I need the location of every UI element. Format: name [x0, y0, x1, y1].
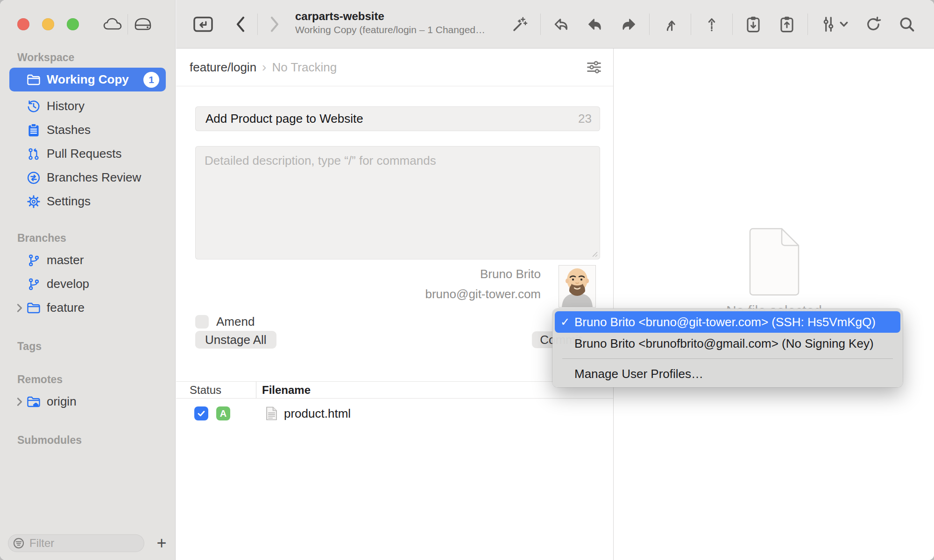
- menu-item-profile-2[interactable]: Bruno Brito <brunofbrito@gmail.com> (No …: [555, 333, 900, 354]
- sidebar-item-label: origin: [47, 394, 77, 409]
- forward-button[interactable]: [262, 10, 288, 38]
- sidebar-item-branch-master[interactable]: master: [9, 248, 166, 272]
- changed-count-badge: 1: [143, 72, 159, 88]
- traffic-lights: [17, 18, 79, 30]
- sidebar-item-pull-requests[interactable]: Pull Requests: [9, 142, 166, 166]
- staged-checkbox[interactable]: [194, 406, 208, 420]
- toolbar: carparts-website Working Copy (feature/l…: [176, 0, 934, 49]
- detail-panel: No file selected: [614, 49, 934, 560]
- minimize-window-button[interactable]: [42, 18, 54, 30]
- open-repository-icon[interactable]: [190, 10, 216, 38]
- subject-char-count: 23: [578, 112, 592, 126]
- zoom-window-button[interactable]: [67, 18, 79, 30]
- remote-folder-cloud-icon: [26, 394, 41, 409]
- author-name[interactable]: Bruno Brito: [480, 267, 541, 281]
- sidebar-item-label: feature: [47, 301, 85, 315]
- chevron-down-icon: [840, 21, 848, 28]
- stash-save-arrow-icon[interactable]: [578, 9, 612, 39]
- stash-clipboard-icon: [26, 123, 41, 138]
- disclosure-chevron-icon[interactable]: [16, 397, 25, 407]
- sidebar-item-remote-origin[interactable]: origin: [9, 390, 166, 413]
- table-row[interactable]: A product.html: [176, 398, 613, 429]
- column-filename[interactable]: Filename: [262, 384, 311, 397]
- merge-icon[interactable]: [653, 9, 687, 39]
- section-branches: Branches: [17, 232, 175, 245]
- filter-icon: [13, 537, 25, 549]
- status-added-badge: A: [216, 406, 230, 420]
- user-profile-menu: ✓ Bruno Brito <bruno@git-tower.com> (SSH…: [552, 308, 903, 387]
- section-workspace: Workspace: [17, 51, 175, 64]
- sidebar-item-working-copy[interactable]: Working Copy 1: [9, 68, 166, 91]
- view-options-sliders-icon[interactable]: [812, 9, 856, 39]
- sidebar-item-label: develop: [47, 277, 89, 291]
- commit-description-textarea[interactable]: [195, 146, 600, 259]
- menu-item-profile-1[interactable]: ✓ Bruno Brito <bruno@git-tower.com> (SSH…: [555, 311, 900, 333]
- menu-item-label: Bruno Brito <bruno@git-tower.com> (SSH: …: [574, 315, 876, 329]
- section-submodules: Submodules: [17, 434, 175, 447]
- sidebar-filter: [8, 534, 144, 552]
- quick-actions-wand-icon[interactable]: [503, 9, 537, 39]
- app-window: Workspace Working Copy 1 History Stashes: [0, 0, 934, 560]
- commit-subject-field: 23: [195, 106, 600, 131]
- window-title: carparts-website: [295, 9, 485, 23]
- menu-item-manage-profiles[interactable]: Manage User Profiles…: [555, 363, 900, 385]
- sidebar-item-settings[interactable]: Settings: [9, 189, 166, 213]
- discard-arrow-icon[interactable]: [545, 9, 578, 39]
- sidebar-item-branch-folder-feature[interactable]: feature: [9, 296, 166, 320]
- menu-separator: [562, 358, 893, 359]
- sidebar-item-label: Settings: [47, 194, 91, 209]
- window-subtitle: Working Copy (feature/login – 1 Changed…: [295, 23, 485, 36]
- commit-subject-input[interactable]: [205, 111, 578, 126]
- file-table-header: Status Filename: [176, 381, 613, 399]
- search-icon[interactable]: [890, 9, 924, 39]
- sidebar-item-label: Pull Requests: [47, 147, 121, 161]
- file-document-icon: [265, 406, 278, 421]
- sidebar-item-branch-develop[interactable]: develop: [9, 272, 166, 296]
- working-copy-pane: feature/login › No Tracking 23 Amend Sig…: [176, 49, 614, 560]
- sidebar: Workspace Working Copy 1 History Stashes: [0, 0, 176, 560]
- sidebar-item-history[interactable]: History: [9, 94, 166, 118]
- branches-review-icon: [26, 170, 41, 185]
- unstage-all-button[interactable]: Unstage All: [195, 331, 276, 349]
- pull-request-icon: [26, 147, 41, 161]
- section-tags: Tags: [17, 340, 175, 353]
- sidebar-item-label: Branches Review: [47, 170, 141, 185]
- filter-input[interactable]: [28, 536, 124, 550]
- disclosure-chevron-icon[interactable]: [16, 303, 25, 313]
- branch-breadcrumb-bar: feature/login › No Tracking: [176, 49, 613, 86]
- breadcrumb[interactable]: feature/login › No Tracking: [190, 60, 337, 75]
- folder-icon: [26, 301, 41, 315]
- add-button[interactable]: +: [152, 534, 171, 553]
- gear-icon: [26, 194, 41, 209]
- rebase-icon[interactable]: [695, 9, 729, 39]
- author-avatar[interactable]: [559, 266, 595, 307]
- author-email[interactable]: bruno@git-tower.com: [425, 287, 541, 301]
- history-clock-icon: [26, 99, 41, 114]
- amend-label: Amend: [216, 315, 255, 329]
- back-button[interactable]: [227, 10, 254, 38]
- column-status[interactable]: Status: [190, 384, 221, 397]
- cloud-services-icon[interactable]: [100, 13, 125, 35]
- file-name[interactable]: product.html: [284, 406, 351, 421]
- sidebar-item-stashes[interactable]: Stashes: [9, 118, 166, 142]
- column-divider[interactable]: [256, 382, 256, 398]
- close-window-button[interactable]: [17, 18, 29, 30]
- local-disk-icon[interactable]: [131, 13, 155, 35]
- amend-option-row: Amend: [195, 315, 255, 329]
- git-branch-icon: [26, 253, 41, 268]
- refresh-icon[interactable]: [856, 9, 890, 39]
- folder-icon: [26, 72, 41, 87]
- current-branch-label[interactable]: feature/login: [190, 60, 256, 75]
- amend-checkbox[interactable]: [195, 315, 209, 329]
- checkmark-icon: ✓: [560, 315, 574, 329]
- menu-item-label: Manage User Profiles…: [574, 367, 703, 381]
- push-clipboard-icon[interactable]: [770, 9, 804, 39]
- sidebar-item-branches-review[interactable]: Branches Review: [9, 166, 166, 189]
- tracking-status-label[interactable]: No Tracking: [272, 60, 337, 75]
- empty-file-icon: [748, 227, 800, 297]
- sidebar-item-label: History: [47, 99, 85, 113]
- sidebar-item-label: Stashes: [47, 123, 91, 137]
- stash-apply-arrow-icon[interactable]: [612, 9, 645, 39]
- pull-clipboard-icon[interactable]: [736, 9, 770, 39]
- list-filter-sliders-icon[interactable]: [586, 60, 602, 75]
